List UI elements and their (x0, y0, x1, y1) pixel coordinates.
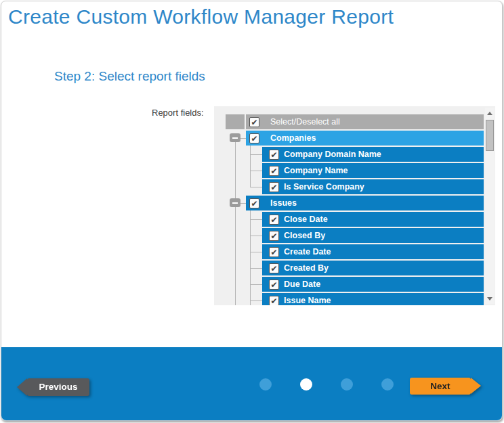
checkbox-close-date[interactable]: ✔ (269, 215, 279, 225)
tree-row-label: Issues (270, 198, 297, 208)
wizard-footer: Previous Next (1, 347, 502, 420)
tree-row-cell[interactable]: ✔Closed By (262, 228, 484, 243)
tree-row-cell[interactable]: ✔Due Date (262, 277, 484, 292)
tree-row-is-service-company[interactable]: ✔Is Service Company (226, 179, 484, 194)
tree-row-cell[interactable]: ✔Companies (246, 131, 484, 146)
tree-row-cell[interactable]: ✔Close Date (262, 212, 484, 227)
triangle-down-icon (487, 297, 492, 300)
tree-row-created-by[interactable]: ✔Created By (226, 261, 484, 275)
triangle-up-icon (487, 112, 492, 115)
tree-header-label: Select/Deselect all (270, 117, 340, 127)
tree-row-cell[interactable]: ✔Issues (246, 196, 484, 210)
previous-button-label: Previous (39, 382, 77, 392)
report-fields-label: Report fields: (152, 108, 204, 118)
arrow-right-icon (471, 378, 481, 394)
tree-row-label: Create Date (284, 247, 331, 257)
report-fields-tree: ✔Select/Deselect all✔Companies✔Company D… (226, 114, 484, 305)
step-dot-4[interactable] (381, 378, 394, 391)
next-button[interactable]: Next (410, 378, 471, 395)
scrollbar-up-button[interactable] (485, 109, 495, 117)
tree-row-label: Due Date (284, 280, 320, 289)
tree-row-label: Company Name (284, 166, 348, 175)
tree-row-create-date[interactable]: ✔Create Date (226, 244, 484, 259)
checkbox-company-domain-name[interactable]: ✔ (269, 150, 279, 160)
checkbox-issue-name[interactable]: ✔ (269, 296, 279, 306)
next-button-label: Next (430, 381, 450, 391)
tree-row-closed-by[interactable]: ✔Closed By (226, 228, 484, 243)
step-indicator (259, 378, 394, 391)
tree-row-cell[interactable]: ✔Company Name (262, 163, 484, 178)
checkbox-companies[interactable]: ✔ (249, 133, 259, 143)
scrollbar-thumb[interactable] (486, 120, 494, 151)
tree-row-issues[interactable]: ✔Issues (226, 196, 484, 210)
tree-row-company-name[interactable]: ✔Company Name (226, 163, 484, 178)
tree-row-company-domain-name[interactable]: ✔Company Domain Name (226, 147, 484, 162)
checkbox-is-service-company[interactable]: ✔ (269, 182, 279, 192)
previous-button[interactable]: Previous (27, 378, 89, 396)
tree-row-label: Company Domain Name (284, 150, 381, 159)
step-dot-1[interactable] (259, 378, 272, 391)
tree-row-label: Companies (270, 133, 316, 143)
scrollbar[interactable] (485, 108, 495, 304)
select-all-checkbox[interactable]: ✔ (249, 117, 259, 127)
tree-row-cell[interactable]: ✔Issue Name (262, 293, 484, 305)
step-dot-2[interactable] (300, 378, 312, 391)
tree-row-due-date[interactable]: ✔Due Date (226, 277, 484, 292)
tree-row-label: Is Service Company (284, 182, 364, 192)
checkbox-due-date[interactable]: ✔ (269, 280, 279, 290)
step-dot-3[interactable] (341, 378, 353, 391)
checkbox-create-date[interactable]: ✔ (269, 247, 279, 257)
tree-row-issue-name[interactable]: ✔Issue Name (226, 293, 484, 305)
tree-row-label: Closed By (284, 231, 325, 240)
tree-row-label: Close Date (284, 215, 328, 224)
tree-header-cell[interactable]: ✔Select/Deselect all (246, 114, 484, 129)
checkbox-closed-by[interactable]: ✔ (269, 231, 279, 241)
wizard-window: Create Custom Workflow Manager Report St… (1, 1, 503, 421)
tree-row-cell[interactable]: ✔Created By (262, 261, 484, 275)
checkbox-created-by[interactable]: ✔ (269, 263, 279, 273)
scrollbar-down-button[interactable] (485, 294, 495, 303)
checkbox-issues[interactable]: ✔ (249, 198, 259, 208)
tree-row-label: Created By (284, 263, 329, 273)
tree-row-cell[interactable]: ✔Company Domain Name (262, 147, 484, 162)
report-fields-listbox: ✔Select/Deselect all✔Companies✔Company D… (214, 106, 495, 305)
page-title: Create Custom Workflow Manager Report (8, 5, 394, 28)
tree-row-companies[interactable]: ✔Companies (226, 131, 484, 146)
tree-row-close-date[interactable]: ✔Close Date (226, 212, 484, 227)
tree-row-cell[interactable]: ✔Is Service Company (262, 179, 484, 194)
tree-row-cell[interactable]: ✔Create Date (262, 244, 484, 259)
checkbox-company-name[interactable]: ✔ (269, 166, 279, 176)
tree-row-label: Issue Name (284, 296, 331, 305)
tree-header-row[interactable]: ✔Select/Deselect all (226, 114, 484, 129)
tree-header-corner-cell (226, 114, 245, 129)
step-heading: Step 2: Select report fields (54, 69, 205, 84)
arrow-left-icon (17, 378, 27, 396)
